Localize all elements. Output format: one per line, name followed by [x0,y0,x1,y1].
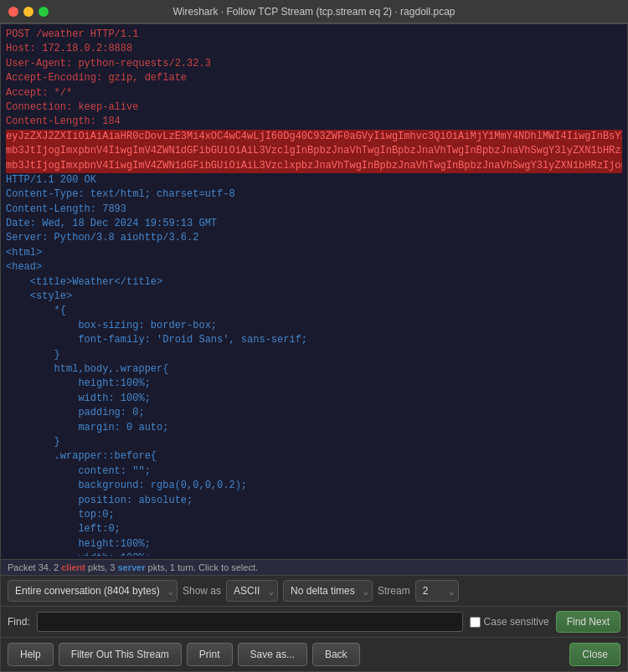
controls-row: Entire conversation (8404 bytes) Show as… [1,575,627,606]
stream-line: .wrapper::before{ [6,449,622,464]
filter-out-button[interactable]: Filter Out This Stream [59,643,182,666]
stream-line: <html> [6,246,622,260]
stream-scroll[interactable]: POST /weather HTTP/1.1Host: 172.18.0.2:8… [6,28,622,556]
conversation-dropdown[interactable]: Entire conversation (8404 bytes) [8,580,178,602]
stream-line: top:0; [6,508,622,522]
stream-line: Accept-Encoding: gzip, deflate [6,71,622,85]
find-row: Find: Case sensitive Find Next [1,606,627,637]
stream-line: width: 100%; [6,551,622,556]
window-title: Wireshark · Follow TCP Stream (tcp.strea… [172,6,455,18]
stream-line: } [6,435,622,449]
find-label: Find: [8,616,30,628]
stream-select-wrapper: 2 [415,580,459,602]
stream-line: left:0; [6,522,622,536]
stream-line: mb3JtIjogImxpbnV4IiwgImV4ZWN1dGFibGUiOiA… [6,159,622,173]
case-sensitive-text: Case sensitive [484,616,549,628]
stream-label: Stream [378,585,410,597]
stream-line: Date: Wed, 18 Dec 2024 19:59:13 GMT [6,217,622,231]
stream-line: Content-Length: 184 [6,115,622,129]
title-bar: Wireshark · Follow TCP Stream (tcp.strea… [0,0,628,23]
find-input[interactable] [37,612,463,632]
stream-line: height:100%; [6,377,622,391]
stream-line: height:100%; [6,537,622,551]
stream-line: <title>Weather</title> [6,275,622,290]
stream-line: POST /weather HTTP/1.1 [6,28,622,42]
find-next-button[interactable]: Find Next [556,611,620,633]
delta-dropdown[interactable]: No delta times [283,580,373,602]
print-button[interactable]: Print [187,643,233,666]
stream-line: <head> [6,260,622,274]
stream-line: Content-Length: 7893 [6,203,622,217]
client-badge: client [61,562,85,572]
stream-line: content: ""; [6,464,622,479]
status-text-middle: pkts, 3 [85,562,118,572]
stream-line: Server: Python/3.8 aiohttp/3.6.2 [6,231,622,245]
show-as-select-wrapper: ASCII [226,580,278,602]
stream-line: width: 100%; [6,392,622,406]
stream-line: User-Agent: python-requests/2.32.3 [6,57,622,71]
delta-select-wrapper: No delta times [283,580,373,602]
stream-line: background: rgba(0,0,0,0.2); [6,479,622,493]
save-as-button[interactable]: Save as... [238,643,307,666]
bottom-row: Help Filter Out This Stream Print Save a… [1,637,627,671]
help-button[interactable]: Help [8,643,54,666]
back-button[interactable]: Back [312,643,360,666]
close-traffic-light[interactable] [8,7,18,17]
status-text-prefix: Packet 34. 2 [8,562,61,572]
stream-dropdown[interactable]: 2 [415,580,459,602]
stream-line: mb3JtIjogImxpbnV4IiwgImV4ZWN1dGFibGUiOiA… [6,144,622,158]
close-button[interactable]: Close [569,643,620,666]
server-badge: server [117,562,145,572]
conversation-select-wrapper: Entire conversation (8404 bytes) [8,580,178,602]
stream-line: <style> [6,290,622,304]
stream-line: box-sizing: border-box; [6,319,622,333]
case-sensitive-label: Case sensitive [470,616,549,628]
stream-line: } [6,348,622,362]
stream-line: margin: 0 auto; [6,421,622,435]
stream-line: Content-Type: text/html; charset=utf-8 [6,187,622,202]
stream-line: eyJzZXJ2ZXIiOiAiAiaHR0cDovLzE3Mi4xOC4wC4… [6,130,622,144]
stream-content: POST /weather HTTP/1.1Host: 172.18.0.2:8… [1,24,627,559]
show-as-dropdown[interactable]: ASCII [226,580,278,602]
stream-line: Host: 172.18.0.2:8888 [6,42,622,56]
stream-line: *{ [6,304,622,318]
status-text-end: pkts, 1 turn. Click to select. [146,562,259,572]
case-sensitive-checkbox[interactable] [470,617,481,628]
traffic-lights [8,7,49,17]
stream-line: font-family: 'Droid Sans', sans-serif; [6,333,622,347]
minimize-traffic-light[interactable] [23,7,33,17]
status-bar: Packet 34. 2 client pkts, 3 server pkts,… [1,559,627,575]
show-as-label: Show as [183,585,221,597]
stream-line: position: absolute; [6,494,622,508]
stream-line: Connection: keep-alive [6,100,622,115]
stream-line: HTTP/1.1 200 OK [6,173,622,187]
stream-line: html,body,.wrapper{ [6,362,622,377]
main-window: POST /weather HTTP/1.1Host: 172.18.0.2:8… [0,23,628,672]
stream-line: padding: 0; [6,406,622,420]
maximize-traffic-light[interactable] [39,7,49,17]
stream-line: Accept: */* [6,86,622,100]
